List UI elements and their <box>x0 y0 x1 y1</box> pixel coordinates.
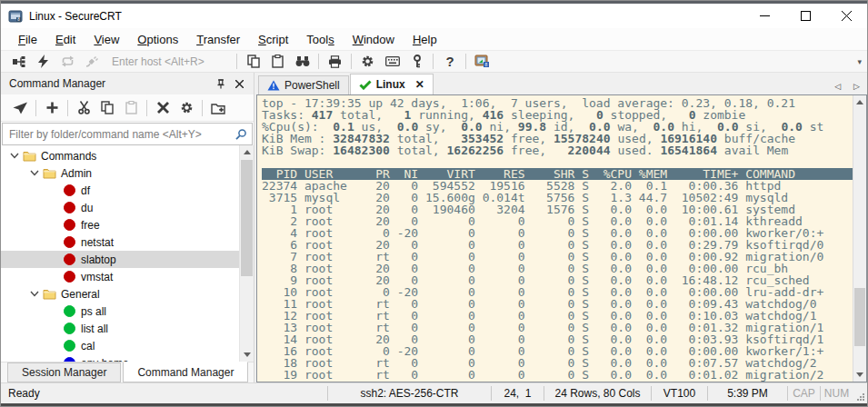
tab-scroll-left-icon[interactable]: ◁ <box>834 82 841 91</box>
copy-icon[interactable] <box>241 52 265 72</box>
quick-connect-host-input[interactable] <box>110 55 233 69</box>
terminal-scrollbar[interactable] <box>853 95 866 382</box>
tree-item-label: df <box>81 184 90 197</box>
tab-powershell[interactable]: PowerShell <box>258 75 349 94</box>
resize-grip[interactable] <box>853 383 867 403</box>
reconnect-icon[interactable] <box>55 52 80 72</box>
tree-item-cal[interactable]: cal <box>1 337 239 354</box>
close-button[interactable] <box>826 4 867 28</box>
panel-tab-strip: Session Manager Command Manager <box>1 362 254 382</box>
terminal-screen[interactable]: top - 17:39:35 up 42 days, 1:06, 7 users… <box>257 95 853 382</box>
session-manager-icon[interactable] <box>6 52 31 72</box>
menu-script[interactable]: Script <box>249 33 297 46</box>
options-gear-icon[interactable] <box>355 52 380 72</box>
command-dot-icon <box>62 219 77 231</box>
tab-close-icon[interactable]: ✕ <box>415 78 424 91</box>
scroll-up-icon[interactable] <box>240 145 254 159</box>
titlebar[interactable]: 8 Linux - SecureCRT <box>1 4 867 28</box>
tree-item-label: Commands <box>41 150 96 163</box>
tree-item-Admin[interactable]: Admin <box>1 164 239 182</box>
find-icon[interactable] <box>290 52 314 72</box>
menu-help[interactable]: Help <box>404 33 446 46</box>
svg-text:8: 8 <box>485 62 488 67</box>
print-icon[interactable] <box>323 52 347 72</box>
copy-icon[interactable] <box>95 97 119 119</box>
toolbar-separator <box>202 100 203 116</box>
keys-icon[interactable] <box>404 52 429 72</box>
toolbar-overflow-chevron-icon[interactable]: ▾ <box>857 57 862 66</box>
minimize-button[interactable] <box>744 4 785 28</box>
tree-item-label: slabtop <box>81 253 116 266</box>
scroll-up-icon[interactable] <box>853 95 866 109</box>
delete-icon[interactable] <box>151 97 175 119</box>
quick-connect-icon[interactable] <box>31 52 55 72</box>
tree-item-slabtop[interactable]: slabtop <box>1 251 239 268</box>
panel-close-icon[interactable] <box>230 74 248 93</box>
scroll-down-icon[interactable] <box>853 368 866 382</box>
properties-gear-icon[interactable] <box>175 97 198 119</box>
scroll-down-icon[interactable] <box>240 348 254 362</box>
add-icon[interactable] <box>40 97 64 119</box>
menu-view[interactable]: View <box>85 33 128 46</box>
chevron-down-icon <box>26 291 42 297</box>
session-tab-bar: PowerShell Linux ✕ ◁ ▷ <box>256 73 867 94</box>
paste-icon[interactable] <box>119 97 143 119</box>
terminal-frame: top - 17:39:35 up 42 days, 1:06, 7 users… <box>256 94 867 382</box>
tree-item-free[interactable]: free <box>1 216 239 233</box>
maximize-button[interactable] <box>785 4 826 28</box>
tree-item-env-home[interactable]: env home <box>1 354 239 362</box>
command-dot-icon <box>62 340 77 352</box>
new-folder-icon[interactable] <box>206 97 230 119</box>
command-manager-header: Command Manager <box>1 73 254 94</box>
toolbar-separator <box>146 100 147 116</box>
command-tree: CommandsAdmindfdufreenetstatslabtopvmsta… <box>1 145 254 362</box>
statusbar: Ready ssh2: AES-256-CTR 24, 1 24 Rows, 8… <box>1 382 867 403</box>
paste-icon[interactable] <box>265 52 290 72</box>
keymap-icon[interactable] <box>380 52 404 72</box>
status-encryption: ssh2: AES-256-CTR <box>327 386 491 401</box>
tree-item-General[interactable]: General <box>1 285 239 303</box>
tree-scrollbar[interactable] <box>239 145 254 362</box>
tree-item-netstat[interactable]: netstat <box>1 233 239 251</box>
toolbar-separator <box>351 54 352 69</box>
menu-options[interactable]: Options <box>128 33 187 46</box>
securecrt-window: 8 Linux - SecureCRT FileEditViewOptionsT… <box>0 0 868 407</box>
tree-item-du[interactable]: du <box>1 199 239 216</box>
menu-file[interactable]: File <box>9 33 46 46</box>
window-bottom-edge <box>1 403 867 406</box>
folder-icon <box>22 150 37 162</box>
menu-window[interactable]: Window <box>344 33 404 46</box>
tab-scroll-right-icon[interactable]: ▷ <box>853 82 860 91</box>
pin-icon[interactable] <box>212 74 230 93</box>
command-manager-toolbar <box>1 94 254 122</box>
cut-icon[interactable] <box>72 97 95 119</box>
tree-item-Commands[interactable]: Commands <box>1 147 239 164</box>
menu-tools[interactable]: Tools <box>297 33 343 46</box>
filter-input[interactable] <box>3 127 230 142</box>
status-clock: 5:39 PM <box>707 386 787 401</box>
tab-linux[interactable]: Linux ✕ <box>350 74 434 94</box>
send-icon[interactable] <box>8 97 32 119</box>
command-dot-icon <box>62 253 77 265</box>
tab-command-manager[interactable]: Command Manager <box>123 362 248 382</box>
tree-item-ps-all[interactable]: ps all <box>1 303 239 320</box>
command-dot-icon <box>62 271 77 283</box>
menu-transfer[interactable]: Transfer <box>187 33 249 46</box>
status-emulation: VT100 <box>651 386 707 401</box>
toolbar-separator <box>433 54 434 69</box>
toolbar-separator <box>35 100 36 116</box>
menu-edit[interactable]: Edit <box>46 33 85 46</box>
app-session-icon[interactable]: 8 <box>470 52 494 72</box>
command-dot-icon <box>62 305 77 317</box>
terminal-scrollbar-thumb[interactable] <box>854 288 865 346</box>
tree-item-list-all[interactable]: list all <box>1 320 239 337</box>
tree-item-df[interactable]: df <box>1 182 239 199</box>
help-icon[interactable]: ? <box>437 52 462 72</box>
tree-item-vmstat[interactable]: vmstat <box>1 268 239 285</box>
folder-icon <box>42 288 57 300</box>
toolbar-separator <box>67 100 68 116</box>
disconnect-icon[interactable] <box>80 52 105 72</box>
tree-scrollbar-thumb[interactable] <box>241 160 253 276</box>
tree-item-label: cal <box>81 340 95 352</box>
tab-session-manager[interactable]: Session Manager <box>7 362 121 382</box>
